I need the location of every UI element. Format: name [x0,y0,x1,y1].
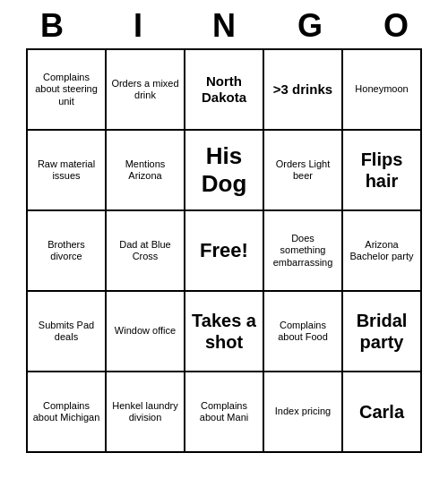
bingo-cell-7: His Dog [185,131,264,211]
bingo-grid: Complains about steering unitOrders a mi… [26,48,422,453]
bingo-cell-13: Does something embarrassing [264,211,343,292]
bingo-cell-21: Henkel laundry division [107,372,185,453]
bingo-cell-22: Complains about Mani [185,372,264,453]
bingo-cell-24: Carla [343,372,422,453]
bingo-cell-14: Arizona Bachelor party [343,211,422,292]
bingo-cell-15: Submits Pad deals [28,292,107,372]
bingo-cell-20: Complains about Michigan [28,372,107,453]
bingo-cell-12: Free! [185,211,264,292]
bingo-cell-8: Orders Light beer [264,131,343,211]
bingo-cell-19: Bridal party [343,292,422,372]
header-g: G [271,7,349,45]
bingo-cell-17: Takes a shot [185,292,264,372]
header-n: N [185,7,263,45]
header-o: O [357,7,435,45]
bingo-cell-5: Raw material issues [28,131,107,211]
bingo-cell-10: Brothers divorce [28,211,107,292]
header-b: B [13,7,91,45]
bingo-cell-2: North Dakota [185,50,264,131]
header-i: I [99,7,177,45]
bingo-cell-18: Complains about Food [264,292,343,372]
bingo-cell-0: Complains about steering unit [28,50,107,131]
bingo-header: B I N G O [9,0,439,48]
bingo-cell-16: Window office [107,292,185,372]
bingo-cell-23: Index pricing [264,372,343,453]
bingo-cell-9: Flips hair [343,131,422,211]
bingo-cell-1: Orders a mixed drink [107,50,185,131]
bingo-cell-6: Mentions Arizona [107,131,185,211]
bingo-cell-11: Dad at Blue Cross [107,211,185,292]
bingo-cell-4: Honeymoon [343,50,422,131]
bingo-cell-3: >3 drinks [264,50,343,131]
